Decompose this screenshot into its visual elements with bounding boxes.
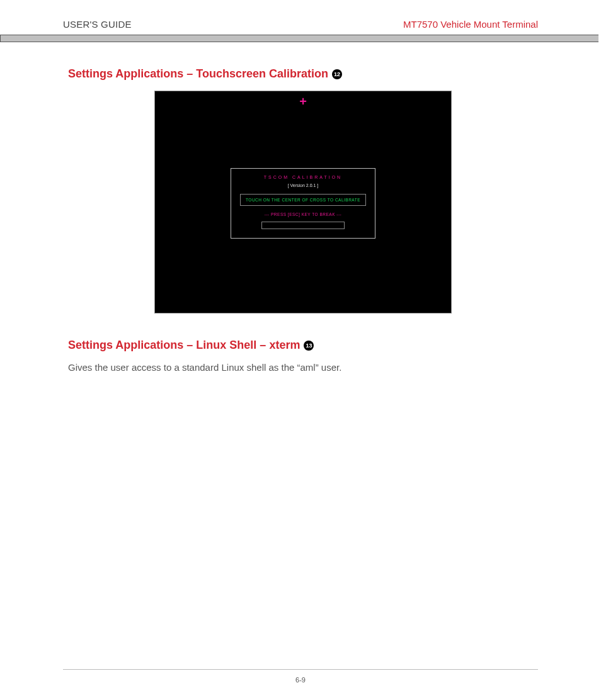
screenshot-container: + TSCOM CALIBRATION [ Version 2.0.1 ] TO… <box>68 91 538 313</box>
page-number: 6-9 <box>63 676 538 684</box>
dialog-esc-msg: --- PRESS [ESC] KEY TO BREAK --- <box>236 212 370 217</box>
footer-rule <box>63 669 538 670</box>
section-title-text: Settings Applications – Linux Shell – xt… <box>68 339 300 352</box>
header-rule <box>0 35 598 42</box>
calibration-dialog: TSCOM CALIBRATION [ Version 2.0.1 ] TOUC… <box>231 168 375 239</box>
dialog-progress-bar <box>261 222 345 229</box>
page-footer: 6-9 <box>63 669 538 684</box>
dialog-touch-msg: TOUCH ON THE CENTER OF CROSS TO CALIBRAT… <box>240 194 366 206</box>
page: USER'S GUIDE MT7570 Vehicle Mount Termin… <box>0 0 601 700</box>
callout-badge-13: 13 <box>304 341 314 351</box>
dialog-version: [ Version 2.0.1 ] <box>236 183 370 188</box>
page-header: USER'S GUIDE MT7570 Vehicle Mount Termin… <box>0 0 601 35</box>
section-title-text: Settings Applications – Touchscreen Cali… <box>68 67 328 81</box>
xterm-description: Gives the user access to a standard Linu… <box>68 362 538 373</box>
content: Settings Applications – Touchscreen Cali… <box>0 42 601 373</box>
calibration-cross-icon: + <box>299 95 307 108</box>
header-left: USER'S GUIDE <box>63 19 132 30</box>
dialog-title: TSCOM CALIBRATION <box>236 175 370 179</box>
section-title-touchscreen: Settings Applications – Touchscreen Cali… <box>68 67 538 81</box>
calibration-screenshot: + TSCOM CALIBRATION [ Version 2.0.1 ] TO… <box>154 91 452 313</box>
section-title-xterm: Settings Applications – Linux Shell – xt… <box>68 339 538 352</box>
callout-badge-12: 12 <box>332 69 342 79</box>
header-right: MT7570 Vehicle Mount Terminal <box>403 19 538 30</box>
